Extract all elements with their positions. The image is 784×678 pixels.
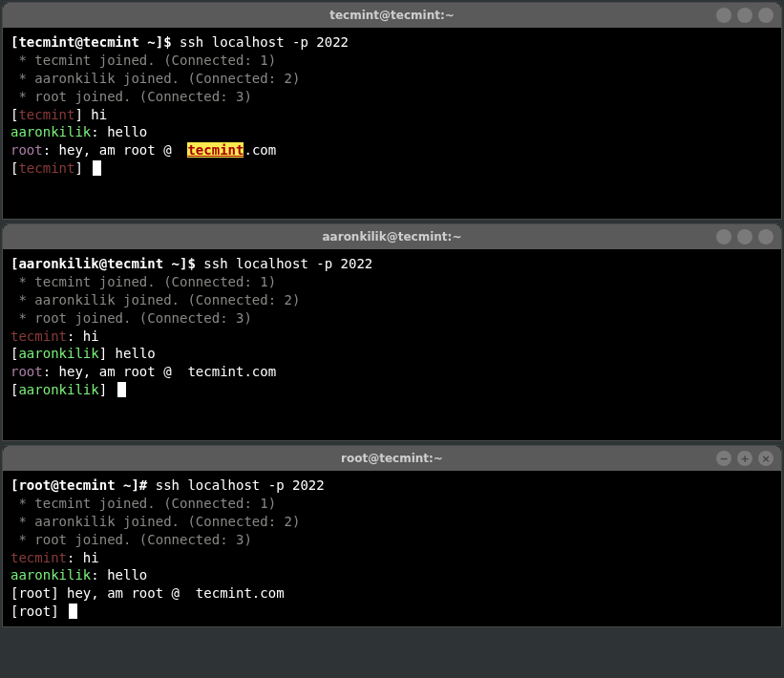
text-segment: [root@tecmint ~]# [11, 477, 156, 493]
window-controls [716, 229, 773, 244]
window-controls: −+× [716, 451, 773, 466]
terminal-line: [tecmint] [11, 159, 773, 178]
text-segment: aaronkilik [18, 346, 98, 361]
text-segment: .com [244, 142, 276, 158]
terminal-line: root: hey, am root @ tecmint.com [11, 141, 773, 159]
close-icon: × [761, 454, 770, 464]
window-title: aaronkilik@tecmint:~ [323, 230, 462, 244]
cursor [93, 160, 101, 176]
text-segment: * tecmint joined. (Connected: 1) [11, 274, 276, 289]
minimize-button[interactable] [716, 8, 731, 23]
text-segment: aaronkilik [11, 124, 91, 139]
maximize-button[interactable] [737, 229, 752, 244]
text-segment: ] hello [99, 346, 156, 361]
maximize-button[interactable] [737, 8, 752, 23]
terminal-line: root: hey, am root @ tecmint.com [11, 363, 773, 381]
terminal-line: [root] [11, 603, 773, 621]
text-segment: [aaronkilik@tecmint ~]$ [11, 256, 203, 271]
text-segment: : hey, am root @ [43, 142, 188, 158]
terminal-line: * tecmint joined. (Connected: 1) [11, 273, 773, 291]
text-segment: : hello [91, 567, 147, 583]
text-segment: ] [74, 160, 91, 176]
window-title: root@tecmint:~ [341, 452, 443, 465]
text-segment: * root joined. (Connected: 3) [11, 89, 252, 104]
terminal-line: [tecmint] hi [11, 106, 773, 124]
text-segment: * root joined. (Connected: 3) [11, 310, 252, 326]
terminal-line: [root@tecmint ~]# ssh localhost -p 2022 [11, 477, 773, 495]
text-segment: [root] [11, 604, 67, 619]
text-segment: [tecmint@tecmint ~]$ [11, 34, 180, 50]
terminal-line: * tecmint joined. (Connected: 1) [11, 52, 773, 70]
text-segment: tecmint [18, 107, 74, 122]
terminal-line: tecmint: hi [11, 549, 773, 567]
terminal-body[interactable]: [aaronkilik@tecmint ~]$ ssh localhost -p… [3, 249, 781, 440]
terminal-line: aaronkilik: hello [11, 566, 773, 584]
title-bar[interactable]: tecmint@tecmint:~ [3, 3, 781, 28]
window-title: tecmint@tecmint:~ [329, 9, 455, 22]
maximize-icon: + [740, 454, 749, 464]
cursor [117, 382, 126, 397]
terminal-window-1: aaronkilik@tecmint:~[aaronkilik@tecmint … [2, 223, 782, 441]
minimize-button[interactable]: − [716, 451, 731, 466]
text-segment: aaronkilik [11, 567, 91, 583]
terminal-line: [root] hey, am root @ tecmint.com [11, 584, 773, 603]
terminal-line: * tecmint joined. (Connected: 1) [11, 495, 773, 513]
minimize-button[interactable] [716, 229, 731, 244]
terminal-body[interactable]: [tecmint@tecmint ~]$ ssh localhost -p 20… [3, 28, 781, 219]
terminal-line: [tecmint@tecmint ~]$ ssh localhost -p 20… [11, 33, 773, 52]
terminal-line: * root joined. (Connected: 3) [11, 88, 773, 106]
text-segment: ssh localhost -p 2022 [156, 477, 325, 493]
text-segment: tecmint [11, 328, 67, 344]
text-segment: root [11, 364, 43, 379]
title-bar[interactable]: root@tecmint:~−+× [3, 446, 781, 471]
close-button[interactable]: × [758, 451, 773, 466]
text-segment: tecmint [187, 142, 244, 158]
text-segment: tecmint [11, 550, 67, 565]
close-button[interactable] [758, 229, 773, 244]
terminal-line: * aaronkilik joined. (Connected: 2) [11, 70, 773, 88]
text-segment: : hello [91, 124, 147, 139]
text-segment: aaronkilik [18, 382, 98, 397]
text-segment: [root] hey, am root @ tecmint.com [11, 585, 285, 601]
text-segment: ssh localhost -p 2022 [203, 256, 372, 271]
close-button[interactable] [758, 8, 773, 23]
text-segment: ] hi [74, 107, 107, 122]
text-segment: * aaronkilik joined. (Connected: 2) [11, 292, 300, 307]
text-segment: ] [99, 382, 116, 397]
text-segment: * aaronkilik joined. (Connected: 2) [11, 71, 300, 86]
text-segment: tecmint [18, 160, 74, 176]
terminal-line: * aaronkilik joined. (Connected: 2) [11, 513, 773, 531]
terminal-line: [aaronkilik] hello [11, 345, 773, 363]
text-segment: * tecmint joined. (Connected: 1) [11, 53, 276, 68]
terminal-line: aaronkilik: hello [11, 123, 773, 141]
text-segment: * root joined. (Connected: 3) [11, 532, 252, 547]
text-segment: * tecmint joined. (Connected: 1) [11, 496, 276, 511]
terminal-body[interactable]: [root@tecmint ~]# ssh localhost -p 2022 … [3, 471, 781, 626]
terminal-line: tecmint: hi [11, 328, 773, 346]
terminal-line: * root joined. (Connected: 3) [11, 531, 773, 549]
terminal-line: [aaronkilik@tecmint ~]$ ssh localhost -p… [11, 255, 773, 273]
text-segment: : hi [67, 550, 99, 565]
text-segment: : hi [67, 328, 99, 344]
text-segment: root [11, 142, 43, 158]
minimize-icon: − [719, 454, 728, 464]
terminal-window-2: root@tecmint:~−+×[root@tecmint ~]# ssh l… [2, 445, 782, 627]
window-controls [716, 8, 773, 23]
text-segment: : hey, am root @ tecmint.com [43, 364, 276, 379]
terminal-line: * root joined. (Connected: 3) [11, 309, 773, 328]
title-bar[interactable]: aaronkilik@tecmint:~ [3, 224, 781, 249]
text-segment: ssh localhost -p 2022 [180, 34, 349, 50]
cursor [69, 604, 77, 619]
text-segment: * aaronkilik joined. (Connected: 2) [11, 514, 300, 529]
terminal-line: [aaronkilik] [11, 381, 773, 399]
terminal-line: * aaronkilik joined. (Connected: 2) [11, 291, 773, 309]
maximize-button[interactable]: + [737, 451, 752, 466]
terminal-window-0: tecmint@tecmint:~[tecmint@tecmint ~]$ ss… [2, 2, 782, 220]
